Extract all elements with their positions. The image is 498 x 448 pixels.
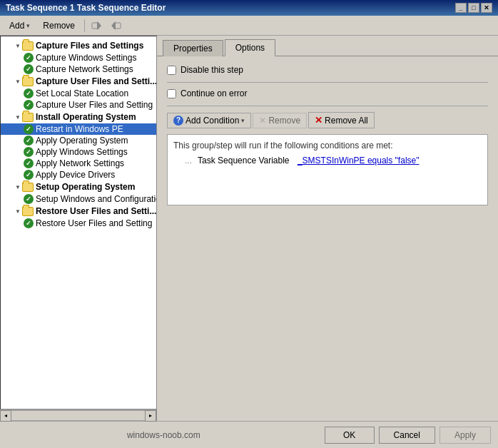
apply-button[interactable]: Apply [439,427,491,444]
condition-box: This group/step will run if the followin… [167,134,488,205]
condition-type: Task Sequence Variable [198,156,290,166]
toolbar: Add ▾ Remove [0,16,498,36]
expand-setup-os: ▼ [14,183,22,191]
check-icon-swac: ✓ [24,194,34,204]
check-icon-cws: ✓ [24,53,34,63]
back-icon [91,20,103,31]
tabs-bar: Properties Options [157,36,498,56]
scroll-left-button[interactable]: ◂ [0,410,11,422]
divider-2 [167,106,488,106]
tree-item-ans-label: Apply Network Settings [36,158,124,168]
group-restore-user-label: Restore User Files and Setti... [36,206,156,216]
tree-item-cws-label: Capture Windows Settings [36,53,136,63]
scroll-track[interactable] [11,410,145,421]
check-icon-riwpe: ✓ [24,124,34,134]
check-icon-aws: ✓ [24,147,34,157]
tree-item-aws-label: Apply Windows Settings [36,147,128,157]
group-capture-files[interactable]: ▼ Capture Files and Settings [1,39,156,52]
main-area: ▼ Capture Files and Settings ✓ Capture W… [0,36,498,421]
tree-item-rufs[interactable]: ✓ Restore User Files and Setting [1,218,156,229]
tree-item-riwpe[interactable]: ✓ Restart in Windows PE [1,123,156,135]
check-icon-cufs: ✓ [24,100,34,110]
tab-properties[interactable]: Properties [163,40,223,56]
remove-condition-label: Remove [268,116,300,126]
remove-button[interactable]: Remove [38,19,80,33]
back-icon-button[interactable] [89,18,105,34]
expand-capture-user: ▼ [14,77,22,86]
check-icon-ans: ✓ [24,158,34,168]
tree-item-swac[interactable]: ✓ Setup Windows and Configuration [1,193,156,205]
divider-1 [167,82,488,83]
continue-error-label: Continue on error [181,88,247,98]
add-condition-label: Add Condition [186,116,239,126]
condition-value[interactable]: _SMSTSInWinPE equals "false" [298,156,420,166]
close-button[interactable]: ✕ [481,3,492,13]
tree-item-cufs[interactable]: ✓ Capture User Files and Setting [1,99,156,111]
add-dropdown-arrow: ▾ [26,22,30,29]
group-setup-os-label: Setup Operating System [36,182,135,192]
condition-spacer [293,156,295,166]
toolbar-separator [84,19,85,32]
forward-icon-button[interactable] [108,18,123,34]
title-bar: Task Sequence 1 Task Sequence Editor _ □… [0,0,498,16]
tab-options[interactable]: Options [225,39,275,56]
minimize-button[interactable]: _ [455,3,467,13]
tree-item-cns-label: Capture Network Settings [36,64,133,74]
right-panel: Properties Options Disable this step Con… [157,36,498,421]
add-button[interactable]: Add ▾ [4,19,35,33]
tree-item-add[interactable]: ✓ Apply Device Drivers [1,169,156,180]
folder-icon-capture-files [22,41,34,51]
scroll-right-button[interactable]: ▸ [145,410,156,422]
check-icon-add: ✓ [24,170,34,180]
remove-all-button[interactable]: ✕ Remove All [308,112,375,128]
add-condition-icon: ? [173,116,183,126]
add-condition-arrow: ▾ [241,117,245,124]
bottom-bar: windows-noob.com OK Cancel Apply [0,421,498,448]
expand-install-os: ▼ [14,113,22,121]
remove-condition-button[interactable]: ✕ Remove [253,113,307,128]
continue-error-checkbox[interactable] [167,89,176,98]
check-icon-slsl: ✓ [24,88,34,98]
group-restore-user[interactable]: ▼ Restore User Files and Setti... [1,205,156,218]
folder-icon-restore-user [22,207,34,216]
group-capture-user-label: Capture User Files and Setti... [36,76,157,86]
remove-all-label: Remove All [325,116,368,126]
add-label: Add [9,21,24,31]
tree-panel: ▼ Capture Files and Settings ✓ Capture W… [0,36,157,409]
tree-item-add-label: Apply Device Drivers [36,170,115,180]
ok-button[interactable]: OK [325,427,375,444]
tree-item-cufs-label: Capture User Files and Setting [36,100,153,110]
disable-step-row: Disable this step [167,65,488,75]
title-bar-buttons[interactable]: _ □ ✕ [455,3,492,13]
condition-item[interactable]: ... Task Sequence Variable _SMSTSInWinPE… [173,155,482,166]
tab-options-label: Options [235,43,265,53]
group-capture-user[interactable]: ▼ Capture User Files and Setti... [1,75,156,88]
check-icon-cns: ✓ [24,64,34,74]
condition-header: This group/step will run if the followin… [173,141,482,151]
tree-item-slsl[interactable]: ✓ Set Local State Location [1,88,156,99]
tree-item-swac-label: Setup Windows and Configuration [36,194,157,204]
tree-item-cns[interactable]: ✓ Capture Network Settings [1,63,156,75]
maximize-button[interactable]: □ [468,3,479,13]
disable-step-checkbox[interactable] [167,66,176,75]
tree-item-aos[interactable]: ✓ Apply Operating System [1,135,156,146]
forward-icon [110,20,121,31]
condition-toolbar: ? Add Condition ▾ ✕ Remove ✕ Remove All [167,112,488,128]
tree-item-ans[interactable]: ✓ Apply Network Settings [1,158,156,169]
cancel-button[interactable]: Cancel [379,427,435,444]
options-content: Disable this step Continue on error ? Ad… [157,56,498,421]
add-condition-button[interactable]: ? Add Condition ▾ [167,113,251,128]
title-bar-text: Task Sequence 1 Task Sequence Editor [6,3,166,13]
tree-item-aws[interactable]: ✓ Apply Windows Settings [1,146,156,158]
group-install-os[interactable]: ▼ Install Operating System [1,111,156,123]
tree-item-riwpe-label: Restart in Windows PE [36,124,123,134]
remove-label: Remove [43,21,75,31]
folder-icon-setup-os [22,183,34,192]
remove-all-x-icon: ✕ [315,115,322,126]
tree-horizontal-scrollbar[interactable]: ◂ ▸ [0,409,156,421]
check-icon-aos: ✓ [24,136,34,146]
group-setup-os[interactable]: ▼ Setup Operating System [1,180,156,193]
tree-item-slsl-label: Set Local State Location [36,88,128,98]
tree-item-cws[interactable]: ✓ Capture Windows Settings [1,52,156,63]
remove-condition-x: ✕ [259,116,266,126]
